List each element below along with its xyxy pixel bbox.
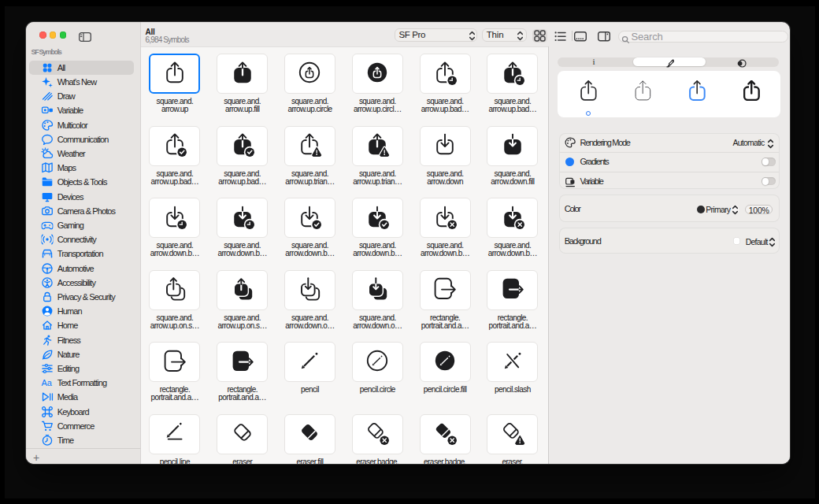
svg-text:Aa: Aa (42, 378, 53, 387)
